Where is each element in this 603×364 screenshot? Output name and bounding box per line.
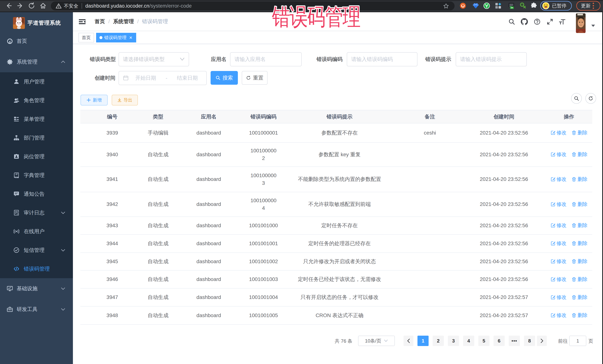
forward-icon[interactable] <box>16 2 24 10</box>
puzzle-icon[interactable] <box>530 2 537 9</box>
edit-link[interactable]: 修改 <box>550 176 567 183</box>
fullscreen-icon[interactable] <box>546 18 554 25</box>
extension-switch-icon[interactable]: on <box>508 2 515 9</box>
browser-update-chip[interactable]: 更新 <box>576 1 600 11</box>
browser-profile-chip[interactable]: 已暂停 <box>540 1 572 11</box>
delete-link[interactable]: 删除 <box>571 312 588 319</box>
error-type-select[interactable]: 请选择错误码类型 <box>118 52 189 66</box>
table-row[interactable]: 3939手动编辑dashboard1001000001参数配置不存在ceshi2… <box>80 123 592 143</box>
edit-link[interactable]: 修改 <box>550 258 567 265</box>
security-label[interactable]: 不安全 <box>64 3 78 9</box>
goto-page-input[interactable]: 1 <box>569 336 586 346</box>
breadcrumb-system[interactable]: 系统管理 <box>113 18 134 25</box>
sidebar-item-system[interactable]: 系统管理 <box>0 52 73 72</box>
page-button-6[interactable]: 6 <box>494 336 505 346</box>
delete-link[interactable]: 删除 <box>571 276 588 283</box>
error-hint-field[interactable] <box>456 52 527 66</box>
sidebar-item-online-users[interactable]: 在线用户 <box>0 222 73 241</box>
delete-link[interactable]: 删除 <box>571 294 588 301</box>
back-icon[interactable] <box>5 2 12 10</box>
edit-link[interactable]: 修改 <box>550 222 567 229</box>
prev-page-button[interactable] <box>404 336 413 346</box>
extension-orange-icon[interactable] <box>459 2 466 9</box>
kebab-menu-icon[interactable] <box>592 2 594 10</box>
avatar[interactable] <box>576 13 586 33</box>
table-search-toggle-button[interactable] <box>571 93 582 104</box>
sidebar-item-sms[interactable]: 短信管理 <box>0 241 73 259</box>
search-button[interactable]: 搜索 <box>211 71 238 85</box>
bookmark-star-icon[interactable] <box>443 3 449 10</box>
page-ellipsis[interactable]: ••• <box>509 336 520 346</box>
tab-error-code[interactable]: 错误码管理 <box>96 33 136 43</box>
table-row[interactable]: 3943自动生成dashboard1001001000定时任务不存在2021-0… <box>80 217 592 234</box>
extension-green-icon[interactable] <box>483 2 490 9</box>
sidebar-item-users[interactable]: 用户管理 <box>0 72 73 91</box>
close-icon[interactable] <box>129 36 133 40</box>
delete-link[interactable]: 删除 <box>571 258 588 265</box>
delete-link[interactable]: 删除 <box>571 201 588 208</box>
page-button-4[interactable]: 4 <box>463 336 474 346</box>
delete-link[interactable]: 删除 <box>571 151 588 158</box>
page-button-2[interactable]: 2 <box>433 336 444 346</box>
home-icon[interactable] <box>39 2 47 10</box>
table-refresh-button[interactable] <box>585 93 596 104</box>
edit-link[interactable]: 修改 <box>550 240 567 247</box>
delete-link[interactable]: 删除 <box>571 129 588 136</box>
url-bar[interactable]: 不安全 dashboard.yudao.iocoder.cn/system/er… <box>51 1 454 10</box>
sidebar-item-posts[interactable]: 岗位管理 <box>0 147 73 166</box>
caret-down-icon[interactable] <box>591 24 596 28</box>
table-row[interactable]: 3941自动生成dashboard100100000 3不能删除类型为系统内置的… <box>80 167 592 192</box>
sidebar-item-infrastructure[interactable]: 基础设施 <box>0 278 73 299</box>
error-code-input[interactable] <box>351 56 413 62</box>
delete-link[interactable]: 删除 <box>571 240 588 247</box>
create-time-range[interactable]: 开始日期 - 结束日期 <box>118 71 207 85</box>
tab-home[interactable]: 首页 <box>79 33 94 43</box>
extension-key-icon[interactable] <box>520 2 527 9</box>
page-size-select[interactable]: 10条/页 <box>358 336 395 346</box>
end-date-placeholder[interactable]: 结束日期 <box>170 75 205 82</box>
font-size-icon[interactable] <box>559 18 566 25</box>
page-button-8[interactable]: 8 <box>524 336 535 346</box>
extension-gem-icon[interactable] <box>472 2 479 9</box>
sidebar-item-menus[interactable]: 菜单管理 <box>0 110 73 128</box>
table-row[interactable]: 3940自动生成dashboard100100000 2参数配置 key 重复2… <box>80 143 592 167</box>
search-icon[interactable] <box>508 18 515 25</box>
edit-link[interactable]: 修改 <box>550 129 567 136</box>
help-icon[interactable] <box>533 18 541 25</box>
page-button-1[interactable]: 1 <box>417 336 429 346</box>
sidebar-item-error-code[interactable]: 错误码管理 <box>0 259 73 278</box>
edit-link[interactable]: 修改 <box>550 201 567 208</box>
app-name-input[interactable] <box>234 56 297 62</box>
edit-link[interactable]: 修改 <box>550 294 567 301</box>
table-row[interactable]: 3947自动生成dashboard1001001004只有开启状态的任务，才可以… <box>80 288 592 306</box>
breadcrumb-home[interactable]: 首页 <box>95 18 105 25</box>
app-name-field[interactable] <box>230 52 302 66</box>
table-row[interactable]: 3945自动生成dashboard1001001002只允许修改为开启或者关闭状… <box>80 253 592 270</box>
page-button-3[interactable]: 3 <box>448 336 459 346</box>
error-code-field[interactable] <box>347 52 417 66</box>
delete-link[interactable]: 删除 <box>571 176 588 183</box>
table-row[interactable]: 3946自动生成dashboard1001001003定时任务已经处于该状态，无… <box>80 270 592 288</box>
hamburger-icon[interactable] <box>79 18 86 25</box>
reload-icon[interactable] <box>28 2 35 10</box>
edit-link[interactable]: 修改 <box>550 151 567 158</box>
sidebar-item-home[interactable]: 首页 <box>0 31 73 52</box>
delete-link[interactable]: 删除 <box>571 222 588 229</box>
reset-button[interactable]: 重置 <box>242 71 267 85</box>
next-page-button[interactable] <box>537 336 547 346</box>
error-hint-input[interactable] <box>460 56 522 62</box>
url-text[interactable]: dashboard.yudao.iocoder.cn/system/error-… <box>85 3 192 9</box>
sidebar-logo[interactable]: 芋道管理系统 <box>0 12 73 31</box>
page-button-5[interactable]: 5 <box>478 336 489 346</box>
extension-grid-icon[interactable] <box>495 2 502 9</box>
export-button[interactable]: 导出 <box>112 95 138 105</box>
sidebar-item-roles[interactable]: 角色管理 <box>0 91 73 110</box>
github-icon[interactable] <box>521 18 528 25</box>
sidebar-item-dictionary[interactable]: 字典管理 <box>0 166 73 185</box>
sidebar-item-dev-tools[interactable]: 研发工具 <box>0 299 73 320</box>
sidebar-item-departments[interactable]: 部门管理 <box>0 128 73 147</box>
add-button[interactable]: 新增 <box>81 95 108 105</box>
start-date-placeholder[interactable]: 开始日期 <box>128 75 163 82</box>
table-row[interactable]: 3944自动生成dashboard1001001001定时任务的处理器已经存在2… <box>80 234 592 253</box>
edit-link[interactable]: 修改 <box>550 276 567 283</box>
